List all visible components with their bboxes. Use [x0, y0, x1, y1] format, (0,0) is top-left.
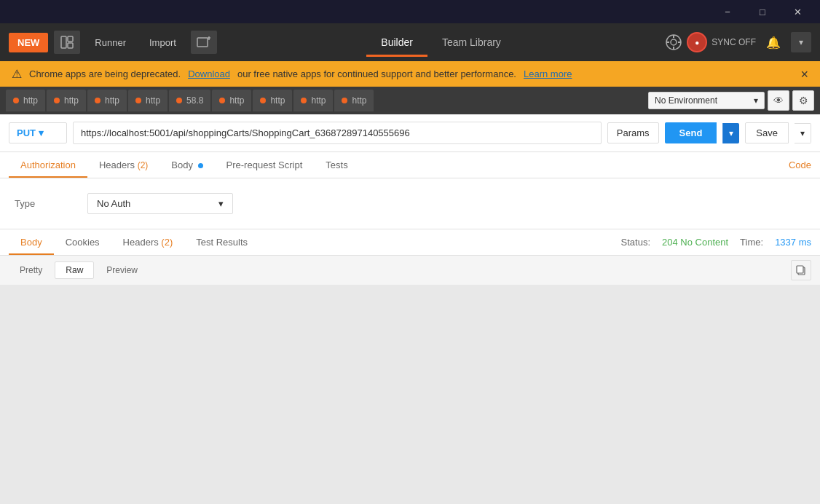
req-tab-label-6: http — [270, 95, 285, 106]
banner-learn-more-link[interactable]: Learn more — [524, 68, 572, 79]
env-dropdown-arrow: ▾ — [754, 95, 758, 106]
req-tab-7[interactable]: http — [293, 90, 333, 111]
minimize-button[interactable]: − — [711, 1, 744, 23]
time-label: Time: — [740, 237, 763, 248]
req-tab-label-8: http — [352, 95, 366, 106]
response-content — [0, 285, 820, 504]
req-tab-label-4: 58.8 — [186, 95, 203, 106]
maximize-button[interactable]: □ — [746, 1, 779, 23]
auth-no-auth-label: No Auth — [97, 198, 213, 209]
sync-off-label: SYNC OFF — [711, 37, 756, 47]
method-select[interactable]: PUT ▾ — [9, 122, 67, 143]
sync-area: ● SYNC OFF — [665, 32, 756, 52]
resp-body-tab-pretty[interactable]: Pretty — [9, 261, 53, 279]
deprecation-banner: ⚠ Chrome apps are being deprecated. Down… — [0, 61, 820, 87]
method-dropdown-arrow: ▾ — [39, 127, 44, 138]
tab-tests[interactable]: Tests — [314, 152, 359, 178]
resp-tab-test-results[interactable]: Test Results — [184, 229, 259, 255]
add-tab-button[interactable] — [191, 31, 217, 54]
code-link-button[interactable]: Code — [789, 160, 811, 170]
req-tab-dot-6 — [260, 98, 266, 103]
req-tab-dot-8 — [342, 98, 347, 103]
tab-pre-request[interactable]: Pre-request Script — [215, 152, 315, 178]
body-dot — [198, 163, 203, 168]
layout-icon — [60, 36, 74, 49]
banner-middle-text: our free native apps for continued suppo… — [237, 68, 516, 79]
status-value: 204 No Content — [662, 237, 728, 248]
add-tab-icon — [197, 36, 211, 49]
params-button[interactable]: Params — [607, 122, 659, 143]
resp-headers-badge: (2) — [161, 237, 173, 248]
resp-tab-body[interactable]: Body — [9, 229, 54, 255]
headers-badge: (2) — [138, 160, 149, 170]
close-button[interactable]: ✕ — [781, 1, 814, 23]
req-tab-8[interactable]: http — [334, 90, 374, 111]
send-dropdown-button[interactable]: ▾ — [722, 123, 739, 143]
req-tab-label-2: http — [105, 95, 119, 106]
copy-response-button[interactable] — [791, 260, 811, 280]
new-button[interactable]: NEW — [9, 33, 48, 52]
req-tab-3[interactable]: http — [128, 90, 167, 111]
save-button[interactable]: Save — [745, 122, 789, 143]
req-tab-4[interactable]: 58.8 — [169, 90, 210, 111]
auth-dropdown-arrow: ▾ — [218, 198, 224, 209]
tab-builder[interactable]: Builder — [366, 31, 427, 54]
req-tab-dot-4 — [176, 98, 182, 103]
bell-button[interactable]: 🔔 — [762, 31, 785, 54]
tab-team-library[interactable]: Team Library — [427, 31, 516, 54]
req-tab-1[interactable]: http — [47, 90, 86, 111]
toolbar-dropdown-button[interactable]: ▾ — [791, 32, 811, 52]
environment-dropdown[interactable]: No Environment ▾ — [648, 92, 765, 109]
env-eye-button[interactable]: 👁 — [768, 90, 789, 111]
tab-body[interactable]: Body — [159, 152, 214, 178]
tab-headers[interactable]: Headers (2) — [87, 152, 159, 178]
req-tab-dot-7 — [301, 98, 307, 103]
environment-label: No Environment — [655, 95, 751, 106]
status-label: Status: — [621, 237, 650, 248]
env-gear-button[interactable]: ⚙ — [792, 90, 814, 111]
svg-rect-13 — [797, 266, 803, 273]
tab-authorization[interactable]: Authorization — [9, 152, 87, 178]
req-tab-5[interactable]: http — [212, 90, 251, 111]
runner-button[interactable]: Runner — [86, 33, 135, 52]
resp-body-tab-raw[interactable]: Raw — [55, 261, 94, 279]
req-tab-2[interactable]: http — [87, 90, 127, 111]
req-tab-dot-2 — [95, 98, 100, 103]
resp-tab-headers[interactable]: Headers (2) — [111, 229, 185, 255]
req-tab-label-5: http — [229, 95, 244, 106]
url-input[interactable] — [73, 122, 602, 144]
svg-rect-2 — [68, 43, 73, 48]
req-tab-6[interactable]: http — [253, 90, 292, 111]
banner-download-link[interactable]: Download — [188, 68, 230, 79]
banner-warning-icon: ⚠ — [12, 67, 22, 81]
send-button[interactable]: Send — [665, 122, 717, 143]
req-tab-0[interactable]: http — [6, 90, 45, 111]
req-tab-dot-5 — [219, 98, 225, 103]
svg-rect-3 — [197, 38, 208, 47]
layout-icon-button[interactable] — [54, 31, 80, 54]
req-tab-dot-3 — [135, 98, 141, 103]
resp-tab-cookies[interactable]: Cookies — [54, 229, 111, 255]
import-button[interactable]: Import — [141, 33, 185, 52]
auth-type-label: Type — [15, 198, 73, 209]
sync-status-icon: ● — [687, 32, 707, 52]
svg-point-7 — [671, 39, 677, 45]
req-tab-label-7: http — [311, 95, 326, 106]
svg-rect-0 — [61, 36, 66, 48]
resp-body-tab-preview[interactable]: Preview — [95, 261, 149, 279]
copy-icon — [796, 265, 806, 275]
banner-text: Chrome apps are being deprecated. — [29, 68, 181, 79]
req-tab-label-0: http — [23, 95, 38, 106]
req-tab-dot-0 — [13, 98, 19, 103]
method-label: PUT — [17, 127, 36, 138]
sync-cog-icon — [665, 34, 682, 51]
svg-rect-1 — [68, 36, 73, 42]
req-tab-label-1: http — [64, 95, 79, 106]
auth-type-select[interactable]: No Auth ▾ — [87, 193, 233, 214]
save-dropdown-button[interactable]: ▾ — [795, 123, 811, 143]
req-tab-label-3: http — [146, 95, 160, 106]
banner-close-button[interactable]: × — [800, 68, 808, 81]
time-value: 1337 ms — [775, 237, 811, 248]
req-tab-dot-1 — [54, 98, 60, 103]
